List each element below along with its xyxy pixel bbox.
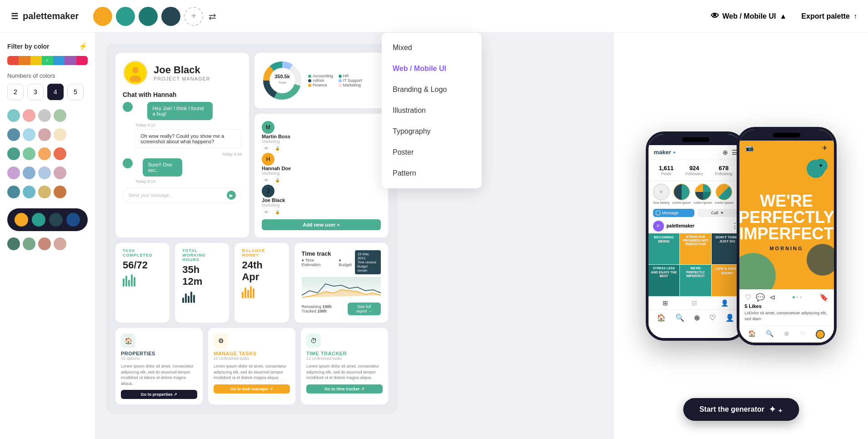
comment-icon[interactable]: 💬 xyxy=(756,293,765,302)
task-desc: Lorem ipsum dolor sit amet, consectetur … xyxy=(214,363,290,381)
phone-2-bottom-nav: 🏠 🔍 ⊕ ♡ xyxy=(739,326,834,343)
num-5-button[interactable]: 5 xyxy=(67,84,84,100)
color-bar-blue[interactable] xyxy=(53,56,65,65)
post-footer: ♡ 💬 ⊲ 🔖 xyxy=(739,289,834,325)
story-circle-2[interactable] xyxy=(695,184,711,200)
swatch-dark-teal[interactable] xyxy=(139,7,158,26)
search-nav-2-icon[interactable]: 🔍 xyxy=(766,330,773,339)
tag-icon[interactable]: ⊟ xyxy=(692,299,697,307)
list-item[interactable] xyxy=(7,128,88,141)
list-item[interactable] xyxy=(7,237,88,250)
category-mixed[interactable]: Mixed xyxy=(382,37,482,58)
add-nav-2-icon[interactable]: ⊕ xyxy=(784,330,789,339)
stat-bars xyxy=(123,273,162,287)
chat-input[interactable]: Send your message... ▶ xyxy=(123,187,242,203)
add-story-button[interactable]: + xyxy=(653,184,669,200)
lock-icon[interactable]: 🔒 xyxy=(273,176,282,185)
palette-dot xyxy=(38,147,51,160)
add-swatch-button[interactable]: + xyxy=(184,7,203,26)
grid-cell-2[interactable]: STRIVE FOR PROGRESS NOT PERFECTION xyxy=(680,233,711,265)
heart-nav-2-icon[interactable]: ♡ xyxy=(800,330,806,339)
view-mode-selector[interactable]: 👁 Web / Mobile UI ▲ xyxy=(711,11,787,21)
go-to-task-manager-button[interactable]: Go to task manager ↗ xyxy=(214,384,290,394)
color-bar-green[interactable] xyxy=(42,56,53,65)
color-filter-bar[interactable] xyxy=(7,56,88,65)
category-illustration[interactable]: Illustration xyxy=(382,100,482,121)
message-button[interactable]: Message xyxy=(653,209,694,217)
user-name-sm: Martin Boss xyxy=(262,134,381,139)
lock-icon[interactable]: 🔒 xyxy=(273,144,282,153)
go-to-time-tracker-button[interactable]: Go to time tracker ↗ xyxy=(306,384,383,394)
story-circle-1[interactable] xyxy=(673,184,690,200)
swatch-orange[interactable] xyxy=(93,7,112,26)
list-item[interactable] xyxy=(7,167,88,179)
list-item[interactable] xyxy=(7,186,88,198)
swatch-teal[interactable] xyxy=(116,7,135,26)
home-nav-icon[interactable]: 🏠 xyxy=(657,313,666,322)
user-name-sm: Hannah Doe xyxy=(262,166,381,171)
manage-tasks-card: ⚙ MANAGE TASKS 25 Unfinished tasks Lorem… xyxy=(208,328,295,404)
color-bar-yellow[interactable] xyxy=(30,56,42,65)
add-nav-icon[interactable]: ⊕ xyxy=(694,313,700,322)
grid-cell-4[interactable]: STRESS LESS AND ENJOY THE BEST xyxy=(649,265,680,296)
category-poster[interactable]: Poster xyxy=(382,142,482,163)
num-3-button[interactable]: 3 xyxy=(27,84,44,100)
plus-icon[interactable]: ⊕ xyxy=(723,149,728,156)
category-branding[interactable]: Branding & Logo xyxy=(382,79,482,100)
email-icon[interactable]: ✉ xyxy=(262,207,271,217)
bookmark-icon[interactable]: 🔖 xyxy=(819,293,828,302)
email-icon[interactable]: ✉ xyxy=(262,144,271,153)
stat-label: BALANCE MONEY xyxy=(242,248,281,257)
num-2-button[interactable]: 2 xyxy=(7,84,24,100)
export-palette-button[interactable]: Export palette ↑ xyxy=(801,12,857,20)
grid-cell-1[interactable]: BECOMING BEING xyxy=(649,233,680,265)
num-colors-buttons: 2 3 4 5 xyxy=(7,84,88,100)
filter-icon[interactable]: ⚡ xyxy=(79,42,88,50)
color-bar-orange[interactable] xyxy=(19,56,30,65)
list-item[interactable] xyxy=(7,109,88,122)
start-generator-button[interactable]: Start the generator ✦ ₊ xyxy=(683,398,799,421)
profile-nav-2-icon[interactable] xyxy=(816,330,825,339)
color-bar-purple[interactable] xyxy=(65,56,76,65)
right-panel: maker ● ⊕ ☰ 1,611 Posts xyxy=(614,33,868,439)
share-icon[interactable]: ⊲ xyxy=(769,293,775,302)
swatch-navy[interactable] xyxy=(161,7,180,26)
profile-nav-icon[interactable]: 👤 xyxy=(725,313,734,322)
shuffle-button[interactable]: ⇄ xyxy=(209,11,216,22)
call-button[interactable]: Call ▼ xyxy=(697,209,738,217)
email-icon[interactable]: ✉ xyxy=(262,176,271,185)
search-nav-icon[interactable]: 🔍 xyxy=(675,313,684,322)
color-bar-pink[interactable] xyxy=(76,56,88,65)
go-to-properties-button[interactable]: Go to properties ↗ xyxy=(121,390,197,399)
send-icon[interactable]: ✈ xyxy=(822,144,828,151)
grid-icon[interactable]: ⊞ xyxy=(663,299,668,307)
bottom-nav: 🏠 🔍 ⊕ ♡ 👤 xyxy=(649,309,743,326)
category-typography[interactable]: Typography xyxy=(382,121,482,142)
dark-palette-item[interactable] xyxy=(7,208,88,231)
heart-icon[interactable]: ♡ xyxy=(745,293,751,302)
see-full-report-button[interactable]: See full report → xyxy=(348,303,381,315)
list-item[interactable] xyxy=(7,147,88,160)
color-bar-red[interactable] xyxy=(7,56,19,65)
add-user-button[interactable]: Add new user + xyxy=(262,219,381,230)
palette-dot xyxy=(54,186,66,198)
users-card: M Martin BossMarketing ✉🔒 H Hannah DoeMa… xyxy=(254,114,388,237)
category-web-mobile[interactable]: Web / Mobile UI xyxy=(382,58,482,79)
send-icon[interactable]: ▶ xyxy=(227,191,236,200)
palette-dot xyxy=(38,186,51,198)
lock-icon[interactable]: 🔒 xyxy=(273,207,282,217)
avatar-small: M xyxy=(262,121,274,134)
person-tag-icon[interactable]: 👤 xyxy=(721,299,728,307)
story-circle-3[interactable] xyxy=(716,184,732,200)
num-4-button[interactable]: 4 xyxy=(47,84,64,100)
app-logo: maker ● xyxy=(654,149,676,156)
home-nav-2-icon[interactable]: 🏠 xyxy=(748,330,756,339)
dashboard-mockup: Joe Black PROJECT MANAGER Chat with Hann… xyxy=(106,44,397,414)
camera-icon[interactable]: 📷 xyxy=(746,144,753,151)
menu-icon[interactable]: ☰ xyxy=(11,11,18,21)
story-label-2: Lorem Ipsum xyxy=(693,201,712,204)
heart-nav-icon[interactable]: ♡ xyxy=(709,313,716,322)
grid-cell-5[interactable]: WE'RE PERFECTLY IMPERFECT xyxy=(680,265,711,296)
date-badge: 15 Mar, 2021Time clockedBudget remain xyxy=(355,250,381,274)
category-pattern[interactable]: Pattern xyxy=(382,163,482,184)
